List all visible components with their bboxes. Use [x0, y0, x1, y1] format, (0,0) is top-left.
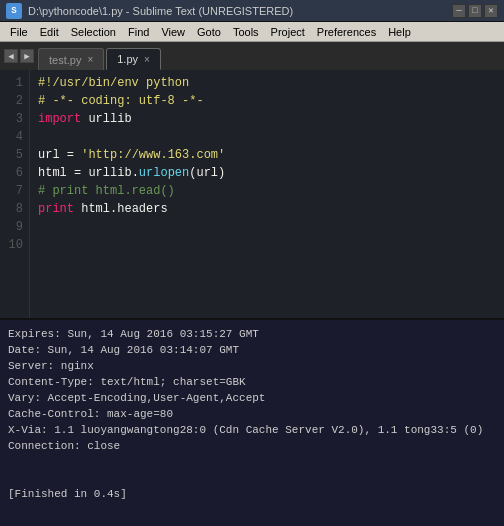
- output-line-10: [8, 470, 496, 486]
- code-line-2: # -*- coding: utf-8 -*-: [38, 92, 496, 110]
- code-line-7: # print html.read(): [38, 182, 496, 200]
- line-num-4: 4: [4, 128, 23, 146]
- output-line-5: Vary: Accept-Encoding,User-Agent,Accept: [8, 390, 496, 406]
- line-num-8: 8: [4, 200, 23, 218]
- line-num-7: 7: [4, 182, 23, 200]
- output-line-9: [8, 454, 496, 470]
- tab-bar: ◀ ▶ test.py × 1.py ×: [0, 42, 504, 70]
- tab-1-py-label: 1.py: [117, 53, 138, 65]
- tab-nav-right[interactable]: ▶: [20, 49, 34, 63]
- output-line-6: Cache-Control: max-age=80: [8, 406, 496, 422]
- code-line-8: print html.headers: [38, 200, 496, 218]
- line-num-2: 2: [4, 92, 23, 110]
- tab-test-py-close[interactable]: ×: [87, 54, 93, 65]
- menu-goto[interactable]: Goto: [191, 25, 227, 39]
- output-line-2: Date: Sun, 14 Aug 2016 03:14:07 GMT: [8, 342, 496, 358]
- menu-project[interactable]: Project: [265, 25, 311, 39]
- tab-test-py[interactable]: test.py ×: [38, 48, 104, 70]
- menu-help[interactable]: Help: [382, 25, 417, 39]
- tab-nav-left[interactable]: ◀: [4, 49, 18, 63]
- menu-selection[interactable]: Selection: [65, 25, 122, 39]
- output-line-3: Server: nginx: [8, 358, 496, 374]
- line-num-10: 10: [4, 236, 23, 254]
- code-line-4: [38, 128, 496, 146]
- code-line-6: html = urllib.urlopen(url): [38, 164, 496, 182]
- code-editor: 1 2 3 4 5 6 7 8 9 10 #!/usr/bin/env pyth…: [0, 70, 504, 318]
- code-text[interactable]: #!/usr/bin/env python# -*- coding: utf-8…: [30, 70, 504, 318]
- tab-nav-arrows: ◀ ▶: [4, 49, 34, 63]
- minimize-button[interactable]: ─: [452, 4, 466, 18]
- code-line-5: url = 'http://www.163.com': [38, 146, 496, 164]
- output-line-11: [Finished in 0.4s]: [8, 486, 496, 502]
- line-numbers: 1 2 3 4 5 6 7 8 9 10: [0, 70, 30, 318]
- tab-1-py[interactable]: 1.py ×: [106, 48, 161, 70]
- code-line-9: [38, 218, 496, 236]
- menu-find[interactable]: Find: [122, 25, 155, 39]
- window-controls: ─ □ ✕: [452, 4, 498, 18]
- output-line-1: Expires: Sun, 14 Aug 2016 03:15:27 GMT: [8, 326, 496, 342]
- line-num-6: 6: [4, 164, 23, 182]
- menu-bar: File Edit Selection Find View Goto Tools…: [0, 22, 504, 42]
- code-line-10: [38, 236, 496, 254]
- menu-preferences[interactable]: Preferences: [311, 25, 382, 39]
- code-line-3: import urllib: [38, 110, 496, 128]
- maximize-button[interactable]: □: [468, 4, 482, 18]
- output-line-8: Connection: close: [8, 438, 496, 454]
- app-icon: S: [6, 3, 22, 19]
- output-panel: Expires: Sun, 14 Aug 2016 03:15:27 GMTDa…: [0, 318, 504, 526]
- line-num-9: 9: [4, 218, 23, 236]
- line-num-5: 5: [4, 146, 23, 164]
- menu-view[interactable]: View: [155, 25, 191, 39]
- tab-1-py-close[interactable]: ×: [144, 54, 150, 65]
- code-line-1: #!/usr/bin/env python: [38, 74, 496, 92]
- tab-test-py-label: test.py: [49, 54, 81, 66]
- menu-edit[interactable]: Edit: [34, 25, 65, 39]
- menu-file[interactable]: File: [4, 25, 34, 39]
- line-num-1: 1: [4, 74, 23, 92]
- line-num-3: 3: [4, 110, 23, 128]
- close-button[interactable]: ✕: [484, 4, 498, 18]
- output-line-7: X-Via: 1.1 luoyangwangtong28:0 (Cdn Cach…: [8, 422, 496, 438]
- title-text: D:\pythoncode\1.py - Sublime Text (UNREG…: [28, 5, 293, 17]
- output-line-4: Content-Type: text/html; charset=GBK: [8, 374, 496, 390]
- menu-tools[interactable]: Tools: [227, 25, 265, 39]
- title-bar: S D:\pythoncode\1.py - Sublime Text (UNR…: [0, 0, 504, 22]
